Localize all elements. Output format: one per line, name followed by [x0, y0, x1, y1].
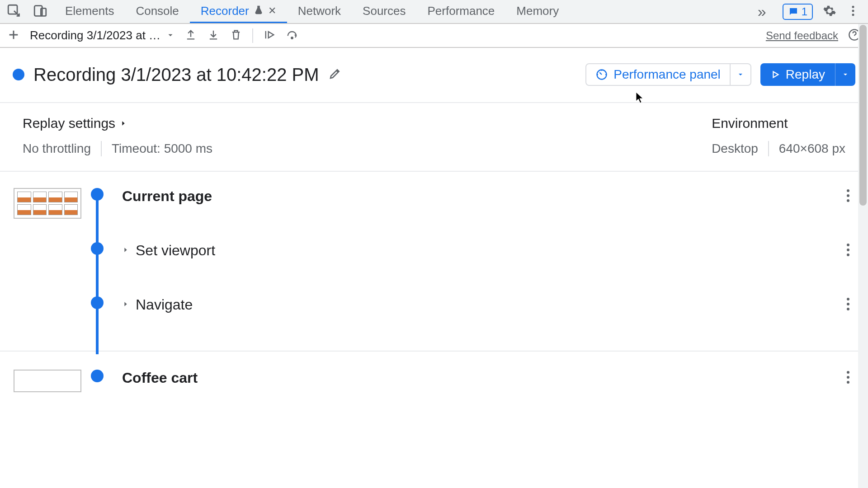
svg-point-11 — [847, 199, 849, 202]
step-row: Navigate — [14, 296, 850, 327]
svg-point-14 — [847, 253, 849, 256]
recorder-toolbar: Recording 3/1/2023 at 10… Send feedback — [0, 24, 868, 48]
step-row: Coffee cart — [14, 370, 850, 392]
step-play-button[interactable] — [263, 28, 276, 43]
step-title[interactable]: Current page — [122, 188, 212, 205]
recording-header: Recording 3/1/2023 at 10:42:22 PM Perfor… — [0, 48, 868, 103]
issues-badge[interactable]: 1 — [783, 4, 813, 20]
svg-point-17 — [847, 308, 849, 310]
chevron-right-icon[interactable] — [122, 300, 129, 310]
status-dot — [13, 69, 24, 80]
svg-point-6 — [291, 37, 293, 39]
step-thumbnail[interactable] — [14, 188, 81, 219]
inspect-icon[interactable] — [6, 3, 22, 20]
throttling-value: No throttling — [23, 141, 91, 156]
svg-point-20 — [847, 381, 849, 384]
step-row: Current page — [14, 188, 850, 219]
flask-icon — [254, 4, 264, 18]
step-over-button[interactable] — [286, 28, 298, 43]
svg-point-16 — [847, 303, 849, 305]
step-menu-button[interactable] — [846, 297, 850, 313]
svg-point-5 — [852, 14, 854, 16]
group-separator — [0, 351, 868, 352]
gear-icon[interactable] — [823, 4, 836, 19]
divider — [252, 28, 253, 43]
step-menu-button[interactable] — [846, 243, 850, 258]
send-feedback-link[interactable]: Send feedback — [766, 29, 838, 42]
export-button[interactable] — [184, 28, 197, 43]
svg-point-4 — [852, 9, 854, 12]
svg-point-10 — [847, 194, 849, 197]
svg-point-15 — [847, 298, 849, 300]
replay-dropdown[interactable] — [835, 63, 855, 86]
delete-button[interactable] — [230, 28, 242, 43]
step-thumbnail[interactable] — [14, 370, 81, 392]
step-menu-button[interactable] — [846, 189, 850, 204]
cursor-icon — [635, 91, 644, 104]
step-bullet — [91, 296, 104, 309]
recording-selector[interactable]: Recording 3/1/2023 at 10… — [30, 28, 175, 42]
tab-network[interactable]: Network — [287, 0, 352, 23]
recording-title: Recording 3/1/2023 at 10:42:22 PM — [33, 65, 319, 85]
steps-list: Current page Set viewport Navigate Coffe… — [0, 172, 868, 392]
more-tabs-button[interactable]: » — [750, 0, 774, 23]
step-title[interactable]: Navigate — [136, 296, 193, 313]
tab-console[interactable]: Console — [125, 0, 189, 23]
tab-recorder[interactable]: Recorder ✕ — [190, 0, 287, 23]
tab-sources[interactable]: Sources — [352, 0, 416, 23]
edit-icon[interactable] — [328, 67, 342, 82]
close-icon[interactable]: ✕ — [268, 5, 276, 17]
svg-point-12 — [847, 244, 849, 246]
chevron-right-icon — [120, 116, 127, 131]
import-button[interactable] — [207, 28, 220, 43]
step-menu-button[interactable] — [846, 371, 850, 386]
tab-performance[interactable]: Performance — [416, 0, 505, 23]
timeout-value: Timeout: 5000 ms — [112, 141, 212, 156]
step-row: Set viewport — [14, 242, 850, 273]
performance-panel-button[interactable]: Performance panel — [585, 63, 751, 86]
environment-heading: Environment — [712, 116, 845, 131]
new-recording-button[interactable] — [7, 28, 20, 43]
svg-point-13 — [847, 249, 849, 251]
scrollbar[interactable] — [858, 24, 868, 488]
tab-memory[interactable]: Memory — [505, 0, 570, 23]
step-bullet — [91, 370, 104, 382]
scrollbar-thumb[interactable] — [859, 25, 867, 206]
kebab-icon[interactable] — [846, 4, 860, 19]
step-title[interactable]: Coffee cart — [122, 370, 198, 386]
step-bullet — [91, 242, 104, 255]
devtools-tabbar: Elements Console Recorder ✕ Network Sour… — [0, 0, 868, 24]
settings-row: Replay settings No throttling Timeout: 5… — [0, 103, 868, 172]
step-title[interactable]: Set viewport — [136, 242, 215, 259]
tab-elements[interactable]: Elements — [54, 0, 125, 23]
chevron-down-icon — [166, 28, 175, 42]
environment-device: Desktop — [712, 141, 758, 156]
recording-selector-label: Recording 3/1/2023 at 10… — [30, 28, 161, 42]
step-bullet — [91, 188, 104, 201]
device-toolbar-icon[interactable] — [33, 3, 48, 20]
replay-button[interactable]: Replay — [760, 63, 855, 86]
replay-settings-heading[interactable]: Replay settings — [23, 116, 212, 131]
chevron-right-icon[interactable] — [122, 245, 129, 256]
svg-point-3 — [852, 5, 854, 8]
svg-point-18 — [847, 371, 849, 374]
svg-point-9 — [847, 189, 849, 192]
environment-size: 640×608 px — [779, 141, 845, 156]
performance-panel-dropdown[interactable] — [730, 64, 750, 85]
svg-point-19 — [847, 376, 849, 379]
